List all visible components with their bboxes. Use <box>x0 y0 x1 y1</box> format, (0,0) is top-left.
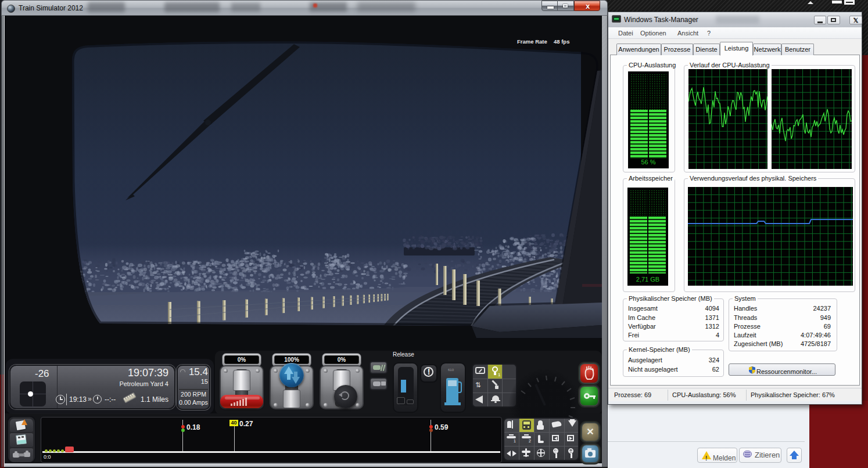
svg-text:Frame Rate: Frame Rate <box>517 38 547 45</box>
svg-text:48 fps: 48 fps <box>554 38 569 45</box>
